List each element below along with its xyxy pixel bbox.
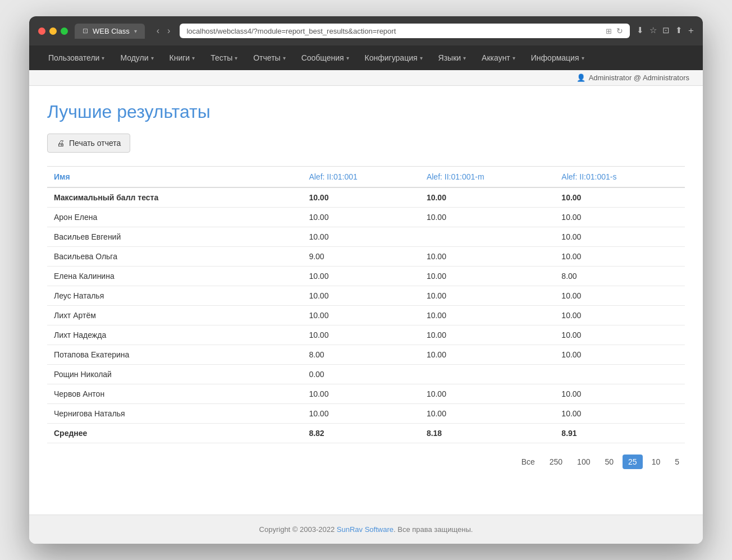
table-row: Чернигова Наталья 10.00 10.00 10.00 [47,404,685,424]
browser-window: ⊡ WEB Class ▾ ‹ › localhost/webclass4/?m… [29,16,703,544]
traffic-lights [38,27,68,35]
nav-label-account: Аккаунт [482,53,510,62]
chevron-down-icon: ▾ [283,55,286,61]
user-bar: 👤 Administrator @ Administrators [29,70,703,86]
cell-val3: 10.00 [555,208,685,227]
chevron-down-icon: ▾ [346,55,349,61]
nav-item-languages[interactable]: Языки ▾ [431,48,474,68]
nav-label-languages: Языки [438,53,461,62]
footer-text-before: Copyright © 2003-2022 [259,525,337,534]
cell-val1: 10.00 [302,325,420,345]
printer-icon: 🖨 [57,139,65,148]
pagination-button[interactable]: 5 [669,455,685,469]
url-text: localhost/webclass4/?module=report_best_… [186,27,601,35]
col-header-test1[interactable]: Alef: II:01:001 [302,167,420,188]
table-row: Рощин Николай 0.00 [47,365,685,384]
nav-label-modules: Модули [120,53,148,62]
nav-label-tests: Тесты [211,53,232,62]
browser-tab[interactable]: ⊡ WEB Class ▾ [75,24,145,39]
cell-name: Лихт Артём [47,306,302,325]
cell-val1: 10.00 [302,404,420,424]
bookmark-icon[interactable]: ☆ [649,25,657,36]
address-bar[interactable]: localhost/webclass4/?module=report_best_… [180,24,630,38]
table-row: Потапова Екатерина 8.00 10.00 10.00 [47,345,685,365]
refresh-icon[interactable]: ↻ [616,26,623,35]
col-header-test2[interactable]: Alef: II:01:001-m [420,167,555,188]
cell-name: Лихт Надежда [47,325,302,345]
cell-val2: 10.00 [420,325,555,345]
table-row: Васильева Ольга 9.00 10.00 10.00 [47,247,685,267]
cell-val3: 10.00 [555,345,685,365]
chevron-down-icon: ▾ [192,55,195,61]
nav-item-config[interactable]: Конфигурация ▾ [357,48,431,68]
cell-val2 [420,227,555,247]
print-button[interactable]: 🖨 Печать отчета [47,134,130,153]
nav-label-info: Информация [531,53,579,62]
cell-val1: 10.00 [302,208,420,227]
cell-val2: 10.00 [420,286,555,306]
download-icon[interactable]: ⬇ [637,25,644,36]
cell-name: Рощин Николай [47,365,302,384]
cell-val1: 10.00 [302,306,420,325]
cell-name: Васильев Евгений [47,227,302,247]
cell-val3: 10.00 [555,404,685,424]
cell-val2: 10.00 [420,247,555,267]
col-header-test3[interactable]: Alef: II:01:001-s [555,167,685,188]
browser-actions: ⬇ ☆ ⊡ ⬆ + [637,25,694,36]
pagination-button[interactable]: 25 [623,455,643,469]
nav-label-users: Пользователи [48,53,99,62]
pagination: Все2501005025105 [47,443,685,475]
table-row: Арон Елена 10.00 10.00 10.00 [47,208,685,227]
nav-item-messages[interactable]: Сообщения ▾ [294,48,357,68]
cell-name: Васильева Ольга [47,247,302,267]
nav-item-account[interactable]: Аккаунт ▾ [474,48,523,68]
chevron-down-icon: ▾ [582,55,584,61]
cell-val3: 10.00 [555,227,685,247]
chevron-down-icon: ▾ [420,55,423,61]
cell-val2: 10.00 [420,404,555,424]
nav-item-tests[interactable]: Тесты ▾ [203,48,245,68]
nav-back-button[interactable]: ‹ [154,25,162,37]
pagination-button[interactable]: 250 [544,455,568,469]
table-row: Лихт Артём 10.00 10.00 10.00 [47,306,685,325]
footer-link[interactable]: SunRav Software [337,525,394,534]
cell-val1: 8.82 [302,424,420,443]
cell-val3: 10.00 [555,306,685,325]
cell-name: Червов Антон [47,384,302,404]
nav-item-modules[interactable]: Модули ▾ [112,48,161,68]
nav-label-messages: Сообщения [301,53,344,62]
cell-name: Чернигова Наталья [47,404,302,424]
pagination-button[interactable]: 100 [571,455,596,469]
main-content: Лучшие результаты 🖨 Печать отчета Имя Al… [29,86,703,515]
footer: Copyright © 2003-2022 SunRav Software. В… [29,515,703,544]
reader-icon[interactable]: ⊡ [662,25,670,36]
new-tab-icon[interactable]: + [688,25,694,36]
nav-arrows: ‹ › [154,25,173,37]
cell-val2: 10.00 [420,384,555,404]
pagination-button[interactable]: 50 [599,455,619,469]
cell-val3: 10.00 [555,325,685,345]
cell-val3: 8.91 [555,424,685,443]
nav-label-books: Книги [170,53,190,62]
fullscreen-button[interactable] [61,27,68,35]
nav-item-info[interactable]: Информация ▾ [523,48,592,68]
chevron-down-icon: ▾ [134,28,137,34]
cell-val3: 10.00 [555,384,685,404]
cell-val1: 10.00 [302,267,420,286]
app-nav: Пользователи ▾ Модули ▾ Книги ▾ Тесты ▾ … [29,45,703,70]
pagination-button[interactable]: Все [516,455,541,469]
nav-label-config: Конфигурация [365,53,418,62]
minimize-button[interactable] [49,27,57,35]
page-title: Лучшие результаты [47,102,685,122]
cell-val3: 10.00 [555,187,685,208]
nav-item-users[interactable]: Пользователи ▾ [40,48,112,68]
pagination-button[interactable]: 10 [646,455,666,469]
cell-name: Арон Елена [47,208,302,227]
nav-forward-button[interactable]: › [164,25,173,37]
table-row-average: Среднее 8.82 8.18 8.91 [47,424,685,443]
close-button[interactable] [38,27,45,35]
col-header-name[interactable]: Имя [47,167,302,188]
nav-item-reports[interactable]: Отчеты ▾ [245,48,293,68]
nav-item-books[interactable]: Книги ▾ [162,48,203,68]
share-icon[interactable]: ⬆ [675,25,683,36]
